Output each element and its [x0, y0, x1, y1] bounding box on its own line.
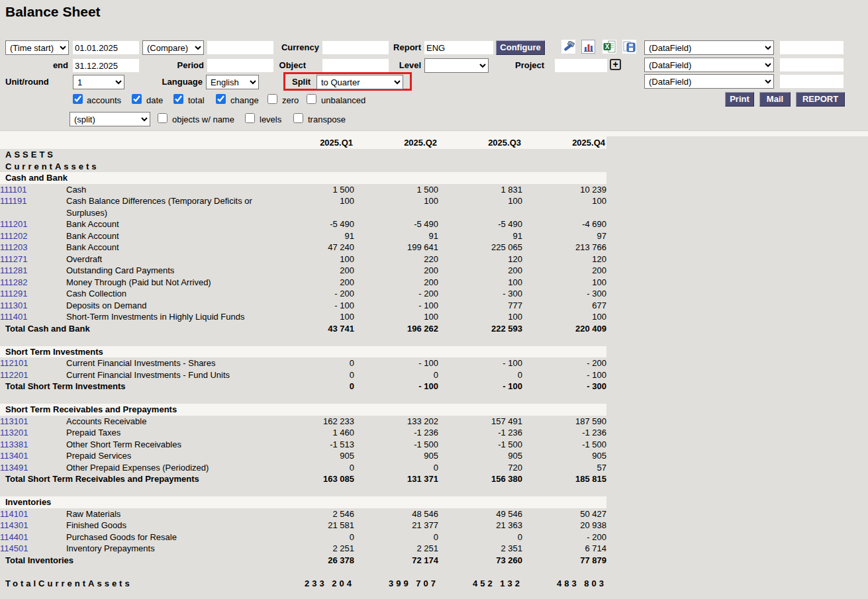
- currency-input[interactable]: [322, 41, 389, 54]
- chart-icon[interactable]: [581, 40, 595, 54]
- end-date-input[interactable]: [73, 59, 139, 72]
- hammer-icon[interactable]: [561, 40, 575, 54]
- zero-checkbox[interactable]: [267, 94, 277, 104]
- objects-w-name-checkbox-label: objects w/ name: [172, 115, 234, 124]
- report-input[interactable]: [424, 41, 493, 54]
- object-input[interactable]: [322, 59, 389, 72]
- value-q1: 100: [279, 195, 354, 218]
- accounts-checkbox[interactable]: [73, 94, 83, 104]
- account-name: Prepaid Taxes: [66, 427, 279, 439]
- svg-text:X: X: [605, 43, 610, 50]
- total-checkbox-label: total: [188, 95, 205, 105]
- change-checkbox[interactable]: [216, 94, 226, 104]
- split-select[interactable]: to Quarter: [316, 75, 403, 89]
- value-q3: 777: [438, 300, 522, 312]
- datafield2-select[interactable]: (DataField): [644, 58, 774, 72]
- account-code-link[interactable]: 114301: [0, 520, 66, 531]
- datafield1-input[interactable]: [780, 41, 844, 54]
- account-code-link[interactable]: 111203: [0, 242, 66, 253]
- account-code-link[interactable]: 111201: [0, 218, 66, 230]
- objects-w-name-checkbox[interactable]: [158, 113, 168, 123]
- change-checkbox-label: change: [230, 95, 259, 105]
- unit-round-select[interactable]: 1: [73, 75, 124, 89]
- account-code-link[interactable]: 111282: [0, 277, 66, 289]
- value-q4: 905: [522, 450, 606, 462]
- transpose-checkbox[interactable]: [293, 113, 303, 123]
- excel-icon[interactable]: X: [603, 40, 616, 54]
- account-code-link[interactable]: 114101: [0, 508, 66, 520]
- levels-checkbox-label: levels: [260, 115, 281, 124]
- save-icon[interactable]: [622, 40, 636, 54]
- account-code-link[interactable]: 113491: [0, 462, 66, 474]
- datafield1-select[interactable]: (DataField): [644, 40, 774, 55]
- value-q2: 91: [354, 230, 438, 242]
- value-q4: 213 766: [522, 242, 606, 253]
- value-q4: 100: [522, 311, 606, 323]
- total-checkbox[interactable]: [173, 94, 183, 104]
- configure-button[interactable]: Configure: [496, 40, 545, 55]
- split2-select[interactable]: (split): [70, 112, 150, 126]
- value-q4: -4 690: [522, 218, 606, 230]
- print-button[interactable]: Print: [725, 92, 754, 107]
- value-q1: 163 085: [279, 473, 354, 485]
- account-code-link[interactable]: 111281: [0, 265, 66, 277]
- account-code-link[interactable]: 111202: [0, 230, 66, 242]
- account-row: 111401Short-Term Investments in Highly L…: [0, 311, 606, 323]
- account-code-link[interactable]: 112101: [0, 357, 66, 369]
- date-checkbox[interactable]: [132, 94, 142, 104]
- account-row: 111203Bank Account47 240199 641225 06521…: [0, 242, 606, 253]
- account-code-link[interactable]: 111101: [0, 184, 66, 196]
- account-code-link[interactable]: 111401: [0, 311, 66, 323]
- value-q2: -1 500: [354, 439, 438, 451]
- account-code-link[interactable]: 113101: [0, 416, 66, 428]
- datafield2-input[interactable]: [780, 58, 844, 71]
- value-q3: -1 236: [438, 427, 522, 439]
- compare-value-input[interactable]: [207, 41, 273, 54]
- account-code-link[interactable]: 111191: [0, 195, 66, 218]
- value-q2: - 100: [354, 300, 438, 312]
- value-q3: -1 500: [438, 439, 522, 451]
- account-code-link[interactable]: 114501: [0, 543, 66, 555]
- value-q2: 133 202: [354, 416, 438, 428]
- section-label: ASSETS: [0, 149, 606, 161]
- account-code-link[interactable]: 112201: [0, 369, 66, 381]
- start-date-input[interactable]: [73, 41, 139, 54]
- value-q2: 21 377: [354, 520, 438, 531]
- value-q1: 200: [279, 265, 354, 277]
- account-code-link[interactable]: 111301: [0, 300, 66, 312]
- compare-select[interactable]: (Compare): [142, 40, 204, 55]
- mail-button[interactable]: Mail: [759, 92, 791, 107]
- account-code-link[interactable]: 113381: [0, 439, 66, 451]
- account-name: Bank Account: [66, 230, 279, 242]
- levels-checkbox[interactable]: [245, 113, 255, 123]
- account-code-link[interactable]: 111291: [0, 288, 66, 300]
- value-q4: 77 879: [522, 555, 606, 567]
- language-select[interactable]: English: [206, 75, 259, 89]
- value-q2: 48 546: [354, 508, 438, 520]
- unbalanced-checkbox[interactable]: [307, 94, 316, 104]
- level-select[interactable]: [424, 58, 489, 73]
- value-q3: 73 260: [438, 555, 522, 567]
- datafield3-input[interactable]: [780, 75, 844, 88]
- account-row: 113491Other Prepaid Expenses (Periodized…: [0, 462, 606, 474]
- account-name: Money Through (Paid but Not Arrived): [66, 277, 279, 289]
- report-button[interactable]: REPORT: [796, 92, 845, 107]
- account-code-link[interactable]: 113401: [0, 450, 66, 462]
- account-name: Prepaid Services: [66, 450, 279, 462]
- account-code-link[interactable]: 114401: [0, 531, 66, 543]
- period-input[interactable]: [207, 59, 273, 72]
- project-input[interactable]: [555, 59, 607, 72]
- account-code-link[interactable]: 113201: [0, 427, 66, 439]
- add-project-icon[interactable]: +: [610, 59, 621, 70]
- account-code-link[interactable]: 111271: [0, 253, 66, 265]
- value-q1: - 200: [279, 288, 354, 300]
- total-label: Total Inventories: [0, 555, 279, 567]
- value-q3: 905: [438, 450, 522, 462]
- currency-label: Currency: [271, 42, 319, 52]
- datafield3-select[interactable]: (DataField): [644, 74, 774, 89]
- report-table-body: ASSETSCurrentAssetsCash and Bank111101Ca…: [0, 149, 606, 589]
- value-q4: 187 590: [522, 416, 606, 428]
- time-start-select[interactable]: (Time start): [5, 40, 69, 55]
- value-q3: 2 351: [438, 543, 522, 555]
- value-q1: 100: [279, 253, 354, 265]
